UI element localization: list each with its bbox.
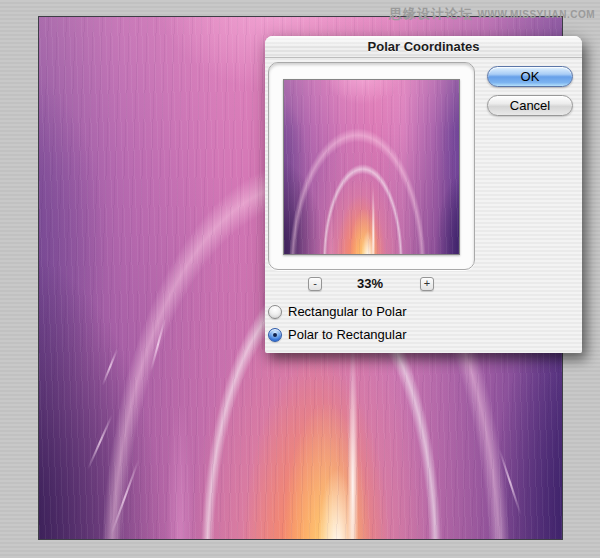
preview-thumbnail[interactable] <box>283 79 460 255</box>
preview-artwork <box>284 80 459 254</box>
option-label: Polar to Rectangular <box>288 327 407 342</box>
watermark-site-url: WWW.MISSYUAN.COM <box>478 9 595 20</box>
photoshop-workspace: 思缘设计论坛 WWW.MISSYUAN.COM Polar Coordinate… <box>0 0 600 558</box>
watermark: 思缘设计论坛 WWW.MISSYUAN.COM <box>389 4 595 23</box>
option-label: Rectangular to Polar <box>288 304 407 319</box>
preview-well <box>268 62 475 270</box>
option-rectangular-to-polar[interactable]: Rectangular to Polar <box>268 304 407 319</box>
zoom-level-label: 33% <box>325 276 415 291</box>
minus-icon: - <box>313 277 317 289</box>
watermark-site-name: 思缘设计论坛 <box>389 6 473 21</box>
zoom-out-button[interactable]: - <box>308 277 322 291</box>
option-polar-to-rectangular[interactable]: Polar to Rectangular <box>268 327 407 342</box>
radio-icon <box>268 328 282 342</box>
streak-texture <box>284 80 459 254</box>
polar-coordinates-dialog: Polar Coordinates - 33% + Rectangular to… <box>265 36 582 353</box>
ok-button[interactable]: OK <box>487 66 573 87</box>
zoom-in-button[interactable]: + <box>420 277 434 291</box>
cancel-button[interactable]: Cancel <box>487 95 573 116</box>
plus-icon: + <box>424 277 430 289</box>
radio-icon <box>268 305 282 319</box>
dialog-titlebar[interactable]: Polar Coordinates <box>265 36 582 58</box>
dialog-title: Polar Coordinates <box>368 39 480 54</box>
